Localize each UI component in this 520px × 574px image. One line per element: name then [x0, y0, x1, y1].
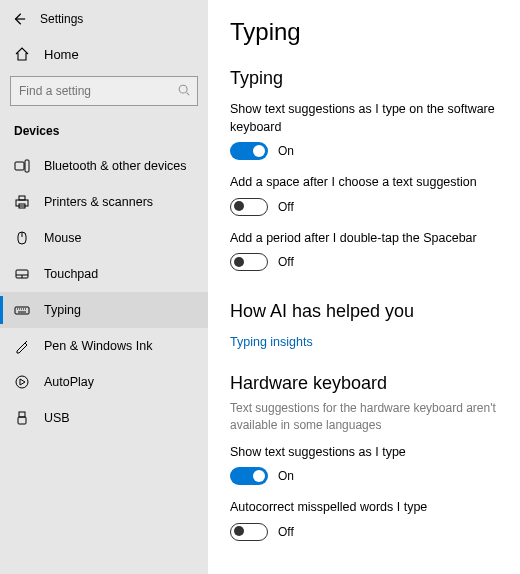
nav-label: Mouse [44, 231, 82, 245]
toggle-add-space[interactable] [230, 198, 268, 216]
toggle-autocorrect[interactable] [230, 523, 268, 541]
group-ai-title: How AI has helped you [230, 301, 500, 322]
setting-label: Autocorrect misspelled words I type [230, 499, 500, 517]
bluetooth-icon [14, 158, 30, 174]
nav-label: AutoPlay [44, 375, 94, 389]
touchpad-icon [14, 266, 30, 282]
svg-rect-2 [25, 160, 29, 172]
nav-typing[interactable]: Typing [0, 292, 208, 328]
sidebar-header: Settings [0, 8, 208, 38]
usb-icon [14, 410, 30, 426]
svg-rect-1 [15, 162, 24, 170]
setting-label: Add a space after I choose a text sugges… [230, 174, 500, 192]
sidebar: Settings Home Devices Bluetooth & other … [0, 0, 208, 574]
nav-pen[interactable]: Pen & Windows Ink [0, 328, 208, 364]
nav-touchpad[interactable]: Touchpad [0, 256, 208, 292]
setting-label: Show text suggestions as I type [230, 444, 500, 462]
back-arrow-icon[interactable] [12, 12, 26, 26]
nav-mouse[interactable]: Mouse [0, 220, 208, 256]
svg-rect-4 [19, 196, 25, 200]
pen-icon [14, 338, 30, 354]
group-typing-title: Typing [230, 68, 500, 89]
printer-icon [14, 194, 30, 210]
search-wrap [0, 70, 208, 120]
nav-label: USB [44, 411, 70, 425]
setting-hw-suggestions: Show text suggestions as I type On [230, 444, 500, 486]
setting-autocorrect: Autocorrect misspelled words I type Off [230, 499, 500, 541]
svg-point-0 [179, 85, 187, 93]
home-label: Home [44, 47, 79, 62]
nav-autoplay[interactable]: AutoPlay [0, 364, 208, 400]
typing-insights-link[interactable]: Typing insights [230, 335, 313, 349]
svg-rect-10 [19, 412, 25, 417]
toggle-software-suggestions[interactable] [230, 142, 268, 160]
home-nav[interactable]: Home [0, 38, 208, 70]
svg-rect-3 [16, 200, 28, 206]
main-content: Typing Typing Show text suggestions as I… [208, 0, 520, 574]
nav-usb[interactable]: USB [0, 400, 208, 436]
toggle-state: On [278, 469, 294, 483]
setting-label: Show text suggestions as I type on the s… [230, 101, 500, 136]
mouse-icon [14, 230, 30, 246]
toggle-state: Off [278, 255, 294, 269]
setting-add-space: Add a space after I choose a text sugges… [230, 174, 500, 216]
nav-label: Bluetooth & other devices [44, 159, 186, 173]
toggle-add-period[interactable] [230, 253, 268, 271]
toggle-hw-suggestions[interactable] [230, 467, 268, 485]
setting-label: Add a period after I double-tap the Spac… [230, 230, 500, 248]
group-hw-desc: Text suggestions for the hardware keyboa… [230, 400, 500, 434]
page-title: Typing [230, 18, 500, 46]
search-input[interactable] [11, 84, 197, 98]
nav-label: Typing [44, 303, 81, 317]
setting-add-period: Add a period after I double-tap the Spac… [230, 230, 500, 272]
nav-bluetooth[interactable]: Bluetooth & other devices [0, 148, 208, 184]
search-icon [177, 83, 191, 97]
nav-list: Bluetooth & other devices Printers & sca… [0, 148, 208, 436]
svg-point-9 [16, 376, 28, 388]
search-box[interactable] [10, 76, 198, 106]
section-header: Devices [0, 120, 208, 148]
group-hw-title: Hardware keyboard [230, 373, 500, 394]
toggle-state: Off [278, 200, 294, 214]
nav-label: Touchpad [44, 267, 98, 281]
setting-software-suggestions: Show text suggestions as I type on the s… [230, 101, 500, 160]
nav-printers[interactable]: Printers & scanners [0, 184, 208, 220]
nav-label: Pen & Windows Ink [44, 339, 152, 353]
home-icon [14, 46, 30, 62]
autoplay-icon [14, 374, 30, 390]
nav-label: Printers & scanners [44, 195, 153, 209]
svg-rect-8 [15, 307, 29, 314]
svg-rect-11 [18, 417, 26, 424]
keyboard-icon [14, 302, 30, 318]
toggle-state: On [278, 144, 294, 158]
group-multi-title: Multilingual text suggestions [230, 571, 500, 574]
settings-title: Settings [40, 12, 83, 26]
toggle-state: Off [278, 525, 294, 539]
